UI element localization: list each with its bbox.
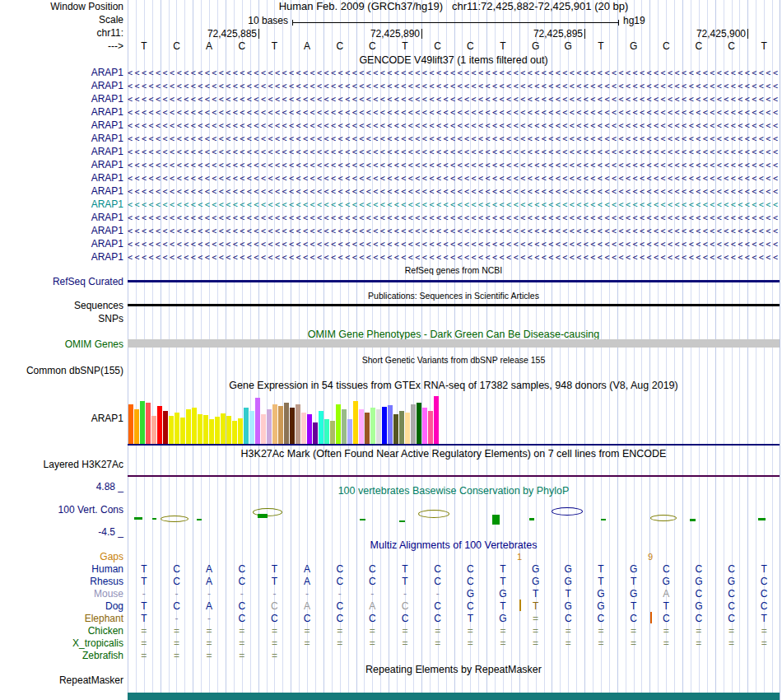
alignment-base: = [356, 638, 389, 649]
gtex-gene-label[interactable]: ARAP1 [91, 413, 123, 424]
repeatmasker-track-label[interactable]: RepeatMasker [59, 675, 123, 686]
ruler-tick-label: 72,425,900 [622, 28, 746, 40]
gencode-transcript-label[interactable]: ARAP1 [91, 186, 123, 197]
gencode-transcript-label[interactable]: ARAP1 [91, 226, 123, 236]
phylop-positive-mark [758, 518, 766, 520]
gtex-tissue-bar [417, 403, 421, 444]
gtex-tissue-bar [267, 409, 272, 444]
sequence-base: T [258, 41, 291, 52]
gtex-tissue-bar [307, 414, 312, 444]
refseq-curated-transcript-line[interactable] [128, 280, 780, 282]
alignment-base: T [454, 614, 487, 624]
gencode-transcript-label[interactable]: ARAP1 [91, 147, 123, 157]
gencode-transcript-label[interactable]: ARAP1 [91, 133, 123, 144]
refseq-track-title[interactable]: RefSeq genes from NCBI [128, 264, 780, 276]
gencode-transcript-row[interactable]: <<<<<<<<<<<<<<<<<<<<<<<<<<<<<<<<<<<<<<<<… [128, 239, 780, 250]
refseq-curated-track-label[interactable]: RefSeq Curated [53, 277, 123, 287]
alignment-base: = [584, 626, 617, 637]
multiz-row-label-x_tropicalis[interactable]: X_tropicalis [72, 638, 123, 649]
multiz-row-label-zebrafish[interactable]: Zebrafish [82, 651, 123, 661]
gencode-transcript-row[interactable]: <<<<<<<<<<<<<<<<<<<<<<<<<<<<<<<<<<<<<<<<… [128, 120, 780, 131]
gencode-transcript-label[interactable]: ARAP1 [91, 252, 123, 263]
alignment-base: A [193, 564, 226, 575]
gencode-transcript-label[interactable]: ARAP1 [91, 81, 123, 91]
h3k27ac-signal-line[interactable] [128, 475, 780, 477]
common-dbsnp-track-label[interactable]: Common dbSNP(155) [26, 366, 123, 376]
h3k27ac-track-label[interactable]: Layered H3K27Ac [44, 460, 123, 470]
alignment-base: C [552, 614, 584, 624]
multiz-row-label-dog[interactable]: Dog [105, 601, 123, 612]
sequence-base: C [356, 41, 389, 52]
gtex-baseline [128, 444, 780, 446]
publications-sequences-line[interactable] [128, 304, 780, 306]
gtex-track-title[interactable]: Gene Expression in 54 tissues from GTEx … [128, 380, 780, 391]
gencode-transcript-label[interactable]: ARAP1 [91, 160, 123, 170]
gtex-tissue-bar [244, 408, 249, 444]
omim-genes-bar[interactable] [128, 339, 780, 348]
dbsnp-track-title[interactable]: Short Genetic Variants from dbSNP releas… [128, 354, 780, 366]
omim-genes-track-label[interactable]: OMIM Genes [65, 339, 123, 350]
gencode-transcript-row[interactable]: <<<<<<<<<<<<<<<<<<<<<<<<<<<<<<<<<<<<<<<<… [128, 226, 780, 236]
gencode-transcript-label[interactable]: ARAP1 [91, 120, 123, 131]
gencode-transcript-label-highlight[interactable]: ARAP1 [91, 199, 123, 210]
alignment-base: = [617, 638, 650, 649]
gtex-tissue-bar [278, 406, 283, 444]
multiz-row-label-human[interactable]: Human [91, 564, 123, 575]
gencode-track-title[interactable]: GENCODE V49lift37 (1 items filtered out) [128, 54, 780, 66]
gencode-transcript-row[interactable]: <<<<<<<<<<<<<<<<<<<<<<<<<<<<<<<<<<<<<<<<… [128, 160, 780, 170]
sequence-base: C [649, 41, 682, 52]
gencode-transcript-label[interactable]: ARAP1 [91, 94, 123, 105]
multiz-row-label-gaps[interactable]: Gaps [100, 552, 123, 562]
sequence-base: T [389, 41, 421, 52]
gencode-transcript-row[interactable]: <<<<<<<<<<<<<<<<<<<<<<<<<<<<<<<<<<<<<<<<… [128, 252, 780, 263]
gencode-transcript-label[interactable]: ARAP1 [91, 212, 123, 223]
gencode-transcript-label[interactable]: ARAP1 [91, 239, 123, 250]
multiz-row-label-mouse[interactable]: Mouse [94, 589, 123, 600]
gencode-transcript-row[interactable]: <<<<<<<<<<<<<<<<<<<<<<<<<<<<<<<<<<<<<<<<… [128, 81, 780, 91]
gtex-tissue-bar [226, 416, 231, 444]
gtex-tissue-bar [134, 409, 139, 444]
omim-track-title[interactable]: OMIM Gene Phenotypes - Dark Green Can Be… [128, 329, 780, 340]
multiz-row-label-rhesus[interactable]: Rhesus [90, 576, 123, 587]
sequences-track-label[interactable]: Sequences [74, 301, 123, 311]
alignment-base: C [715, 564, 748, 575]
multiz-track-title[interactable]: Multiz Alignments of 100 Vertebrates [128, 539, 780, 551]
alignment-base: = [128, 651, 161, 661]
alignment-base: C [389, 601, 421, 612]
multiz-row-label-chicken[interactable]: Chicken [88, 626, 123, 637]
gencode-transcript-row[interactable]: <<<<<<<<<<<<<<<<<<<<<<<<<<<<<<<<<<<<<<<<… [128, 186, 780, 197]
gencode-transcript-row[interactable]: <<<<<<<<<<<<<<<<<<<<<<<<<<<<<<<<<<<<<<<<… [128, 94, 780, 105]
gencode-transcript-row[interactable]: <<<<<<<<<<<<<<<<<<<<<<<<<<<<<<<<<<<<<<<<… [128, 107, 780, 118]
alignment-base: C [617, 614, 650, 624]
gtex-tissue-bar [434, 396, 439, 444]
browser-tracks-area[interactable]: Human Feb. 2009 (GRCh37/hg19) chr11:72,4… [128, 0, 780, 700]
gencode-transcript-label[interactable]: ARAP1 [91, 68, 123, 78]
gencode-transcript-row[interactable]: <<<<<<<<<<<<<<<<<<<<<<<<<<<<<<<<<<<<<<<<… [128, 147, 780, 157]
h3k27ac-track-title[interactable]: H3K27Ac Mark (Often Found Near Active Re… [128, 448, 780, 460]
multiz-row-label-elephant[interactable]: Elephant [85, 614, 123, 624]
snps-track-label[interactable]: SNPs [98, 314, 123, 324]
phylop-track-label[interactable]: 100 Vert. Cons [58, 505, 123, 516]
alignment-base: G [486, 614, 519, 624]
alignment-base: = [193, 638, 226, 649]
gencode-transcript-row[interactable]: <<<<<<<<<<<<<<<<<<<<<<<<<<<<<<<<<<<<<<<<… [128, 173, 780, 184]
phylop-track-title[interactable]: 100 vertebrates Basewise Conservation by… [128, 485, 780, 497]
gencode-transcript-row[interactable]: <<<<<<<<<<<<<<<<<<<<<<<<<<<<<<<<<<<<<<<<… [128, 212, 780, 223]
alignment-base: = [486, 638, 519, 649]
gencode-transcript-label[interactable]: ARAP1 [91, 107, 123, 118]
alignment-base: C [649, 564, 682, 575]
alignment-base: = [324, 638, 356, 649]
gencode-transcript-row[interactable]: <<<<<<<<<<<<<<<<<<<<<<<<<<<<<<<<<<<<<<<<… [128, 68, 780, 78]
alignment-base: - [324, 589, 356, 600]
publications-track-title[interactable]: Publications: Sequences in Scientific Ar… [128, 290, 780, 301]
repeatmasker-track-title[interactable]: Repeating Elements by RepeatMasker [128, 664, 780, 675]
track-label-gutter: Window PositionScalechr11:--->RefSeq Cur… [0, 0, 126, 700]
alignment-base: G [552, 601, 584, 612]
alignment-base: T [258, 564, 291, 575]
gtex-tissue-bar [180, 418, 185, 444]
gtex-tissue-bar [238, 418, 243, 444]
gencode-transcript-row[interactable]: <<<<<<<<<<<<<<<<<<<<<<<<<<<<<<<<<<<<<<<<… [128, 133, 780, 144]
gencode-transcript-row[interactable]: <<<<<<<<<<<<<<<<<<<<<<<<<<<<<<<<<<<<<<<<… [128, 199, 780, 210]
alignment-base: C [324, 601, 356, 612]
gencode-transcript-label[interactable]: ARAP1 [91, 173, 123, 184]
